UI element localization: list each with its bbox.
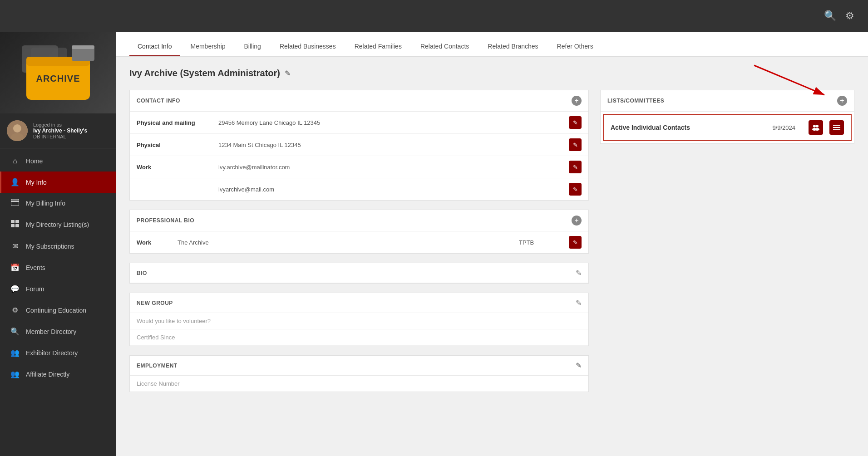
new-group-section: NEW GROUP ✎ Would you like to volunteer?… — [129, 293, 589, 346]
sidebar-username: Ivy Archive - Shelly's — [33, 127, 87, 134]
affiliate-icon: 👥 — [10, 370, 20, 378]
new-group-header: NEW GROUP ✎ — [130, 293, 588, 313]
sidebar-item-label-my-info: My Info — [26, 179, 47, 186]
tab-related-families[interactable]: Related Families — [346, 37, 410, 56]
contact-row-physical-mailing: Physical and mailing 29456 Memory Lane C… — [130, 112, 588, 134]
svg-point-21 — [815, 128, 819, 131]
gear-icon[interactable]: ⚙ — [845, 10, 854, 22]
contact-value-work: ivy.archive@mailinator.com — [218, 164, 564, 171]
bio-section: BIO ✎ — [129, 263, 589, 284]
professional-bio-section: PROFESSIONAL BIO + Work The Archive TPTB… — [129, 210, 589, 254]
tab-related-businesses[interactable]: Related Businesses — [271, 37, 344, 56]
two-col-layout: CONTACT INFO + Physical and mailing 2945… — [129, 90, 854, 445]
prof-label: Work — [137, 239, 173, 246]
sidebar-item-label-forum: Forum — [26, 285, 44, 293]
tab-billing[interactable]: Billing — [236, 37, 269, 56]
list-action-members-button[interactable] — [809, 120, 823, 135]
new-group-field-volunteer: Would you like to volunteer? — [130, 313, 588, 329]
svg-rect-23 — [833, 127, 840, 128]
employment-header: EMPLOYMENT ✎ — [130, 356, 588, 376]
search-icon[interactable]: 🔍 — [824, 10, 836, 22]
tabs-bar: Contact Info Membership Billing Related … — [116, 32, 868, 57]
page-content: Ivy Archive (System Administrator) ✎ CON… — [116, 57, 868, 456]
svg-rect-10 — [11, 199, 19, 206]
employment-section: EMPLOYMENT ✎ License Number — [129, 355, 589, 392]
sidebar-item-label-events: Events — [26, 264, 45, 271]
sidebar-item-forum[interactable]: 💬 Forum — [0, 278, 116, 299]
contact-value-physical: 1234 Main St Chicago IL 12345 — [218, 142, 564, 148]
new-group-edit-icon[interactable]: ✎ — [576, 299, 582, 307]
lists-committees-section: LISTS/COMMITTEES + Active Individual Con… — [600, 90, 854, 144]
svg-rect-14 — [11, 224, 15, 227]
employment-edit-icon[interactable]: ✎ — [576, 361, 582, 370]
list-row-active-individual: Active Individual Contacts 9/9/2024 — [603, 114, 852, 141]
bio-edit-icon[interactable]: ✎ — [576, 269, 582, 277]
tab-contact-info[interactable]: Contact Info — [129, 37, 180, 56]
events-icon: 📅 — [10, 263, 20, 272]
sidebar-item-continuing-education[interactable]: ⚙ Continuing Education — [0, 299, 116, 321]
contact-edit-work-button[interactable]: ✎ — [569, 161, 582, 173]
top-bar: 🔍 ⚙ — [0, 0, 868, 32]
professional-bio-title: PROFESSIONAL BIO — [137, 217, 194, 224]
tab-related-branches[interactable]: Related Branches — [479, 37, 546, 56]
page-title-edit-icon[interactable]: ✎ — [285, 69, 291, 78]
sidebar-item-label-affiliate-directly: Affiliate Directly — [26, 371, 69, 378]
avatar-image — [7, 120, 28, 141]
sidebar-item-label-continuing-education: Continuing Education — [26, 307, 86, 314]
home-icon: ⌂ — [10, 157, 20, 165]
sidebar-item-member-directory[interactable]: 🔍 Member Directory — [0, 321, 116, 342]
svg-text:ARCHIVE: ARCHIVE — [36, 74, 80, 83]
lists-committees-add-button[interactable]: + — [837, 96, 847, 106]
contact-info-add-button[interactable]: + — [572, 96, 582, 106]
directory-icon — [10, 220, 20, 229]
members-icon-svg — [812, 124, 819, 131]
list-view-icon-svg — [833, 124, 840, 131]
tab-membership[interactable]: Membership — [182, 37, 234, 56]
svg-rect-15 — [15, 224, 19, 227]
sidebar-item-label-exhibitor-directory: Exhibitor Directory — [26, 349, 78, 357]
sidebar-item-my-billing[interactable]: My Billing Info — [0, 193, 116, 214]
sidebar-item-events[interactable]: 📅 Events — [0, 257, 116, 278]
sidebar-item-label-my-billing: My Billing Info — [26, 200, 65, 207]
new-group-field-certified: Certified Since — [130, 329, 588, 346]
contact-edit-physical-mailing-button[interactable]: ✎ — [569, 116, 582, 129]
sidebar-user-section: Logged in as Ivy Archive - Shelly's DB I… — [0, 113, 116, 148]
sidebar-item-affiliate-directly[interactable]: 👥 Affiliate Directly — [0, 363, 116, 385]
sidebar-item-home[interactable]: ⌂ Home — [0, 151, 116, 172]
directory-icon-svg — [11, 220, 19, 227]
professional-bio-add-button[interactable]: + — [572, 216, 582, 226]
billing-icon — [10, 199, 20, 207]
archive-key-svg: ARCHIVE — [20, 43, 97, 102]
employment-license-number: License Number — [130, 376, 588, 392]
billing-icon-svg — [11, 199, 19, 206]
avatar-svg — [7, 120, 28, 141]
list-row-name: Active Individual Contacts — [611, 124, 768, 131]
list-action-view-button[interactable] — [829, 120, 844, 135]
sidebar-item-exhibitor-directory[interactable]: 👥 Exhibitor Directory — [0, 342, 116, 363]
sidebar-item-my-directory[interactable]: My Directory Listing(s) — [0, 214, 116, 235]
professional-bio-edit-button[interactable]: ✎ — [569, 236, 582, 249]
svg-rect-6 — [72, 45, 94, 49]
sidebar: ARCHIVE Lo — [0, 32, 116, 456]
contact-row-physical: Physical 1234 Main St Chicago IL 12345 ✎ — [130, 134, 588, 156]
svg-point-19 — [816, 125, 819, 127]
contact-edit-email2-button[interactable]: ✎ — [569, 183, 582, 196]
tab-related-contacts[interactable]: Related Contacts — [412, 37, 477, 56]
sidebar-user-sub: DB INTERNAL — [33, 134, 87, 139]
prof-company: The Archive — [178, 239, 514, 246]
continuing-education-icon: ⚙ — [10, 306, 20, 314]
sidebar-item-my-info[interactable]: 👤 My Info — [0, 172, 116, 193]
svg-point-8 — [13, 124, 21, 132]
list-row-date: 9/9/2024 — [772, 124, 795, 131]
contact-edit-physical-button[interactable]: ✎ — [569, 138, 582, 151]
bio-header: BIO ✎ — [130, 263, 588, 283]
prof-role: TPTB — [519, 239, 564, 246]
svg-rect-13 — [15, 220, 19, 223]
sidebar-logo: ARCHIVE — [0, 32, 116, 113]
sidebar-item-my-subscriptions[interactable]: ✉ My Subscriptions — [0, 235, 116, 257]
tab-refer-others[interactable]: Refer Others — [549, 37, 602, 56]
subscriptions-icon: ✉ — [10, 242, 20, 250]
professional-bio-row: Work The Archive TPTB ✎ — [130, 231, 588, 253]
page-title: Ivy Archive (System Administrator) — [129, 68, 280, 78]
svg-rect-12 — [11, 220, 15, 223]
